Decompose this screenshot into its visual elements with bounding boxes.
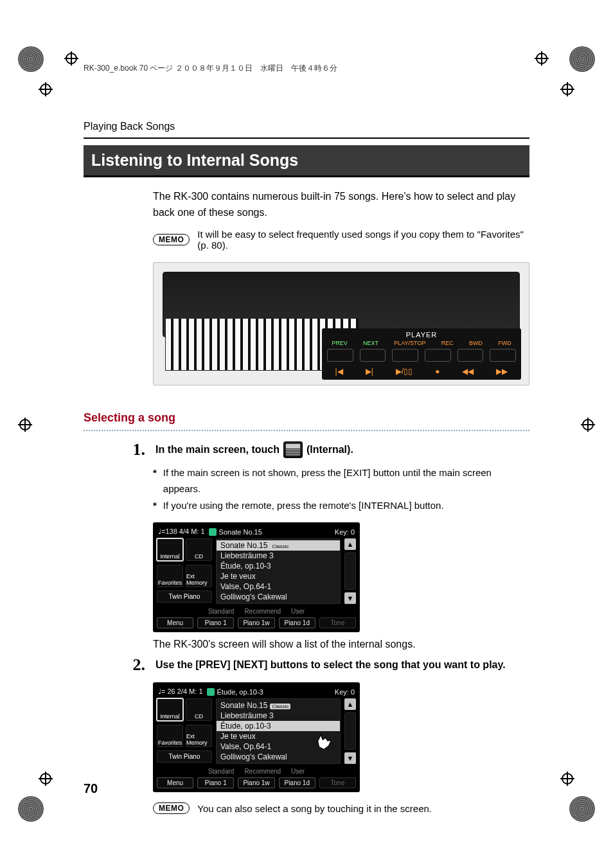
lcd-now-playing: Sonate No.15: [219, 528, 262, 536]
player-buttons: [327, 349, 516, 362]
note-text: If the main screen is not shown, press t…: [163, 465, 529, 497]
page: RK-300_e.book 70 ページ ２００８年９月１０日 水曜日 午後４時…: [0, 0, 613, 868]
step-text-post: (Internal).: [306, 442, 353, 457]
lcd-tab: Standard: [208, 608, 235, 615]
lcd-btn: Piano 1w: [238, 777, 274, 788]
glyph: ▶|: [366, 367, 373, 376]
header-strip: RK-300_e.book 70 ページ ２００８年９月１０日 水曜日 午後４時…: [84, 63, 529, 75]
registration-mark: [535, 51, 549, 66]
hw-button: [392, 349, 418, 362]
lcd-btn: Piano 1: [197, 777, 234, 788]
step-text-body: Use the [PREV] [NEXT] buttons to select …: [155, 657, 506, 673]
lcd-btn: Menu: [157, 617, 193, 628]
list-item: Je te veux: [217, 571, 340, 581]
lcd-tab: Recommend: [244, 608, 281, 615]
tile-favorites: Favorites: [157, 725, 183, 747]
lcd-btn: Piano 1w: [238, 617, 274, 628]
note-text: If you're using the remote, press the re…: [163, 497, 444, 514]
step-number: 1: [127, 441, 145, 458]
registration-mark: [560, 772, 574, 786]
player-panel-zoom: PLAYER PREV NEXT PLAY/STOP REC BWD FWD: [322, 328, 521, 380]
tile-twin-piano: Twin Piano: [157, 750, 212, 763]
tile-cd: CD: [186, 698, 212, 721]
hw-button: [458, 349, 484, 362]
section-banner: Listening to Internal Songs: [84, 145, 529, 177]
btn-name: NEXT: [363, 340, 378, 346]
page-number: 70: [84, 781, 98, 796]
print-corner: [18, 796, 44, 822]
intro-paragraph: The RK-300 contains numerous built-in 75…: [153, 189, 529, 221]
list-item: Sonate No.15Classic: [217, 540, 340, 551]
lcd-scrollbar: ▲ ▼: [344, 538, 356, 604]
lcd-btn: Tone: [319, 777, 356, 788]
dotted-rule: [84, 430, 529, 431]
tile-favorites: Favorites: [157, 565, 183, 587]
glyph: |◀: [335, 367, 343, 376]
lcd-tempo: ♩=138 4/4 M: 1: [158, 527, 205, 536]
step-text: In the main screen, touch (Internal).: [155, 441, 353, 458]
hand-cursor-icon: [315, 734, 334, 756]
memo-text: You can also select a song by touching i…: [197, 803, 432, 814]
scroll-down-icon: ▼: [344, 752, 356, 764]
step-1-notes: If the main screen is not shown, press t…: [153, 465, 529, 514]
lcd-song-list: Sonate No.15Classic Liebesträume 3 Étude…: [216, 538, 341, 604]
lcd-btn: Piano 1d: [279, 777, 315, 788]
running-head: Playing Back Songs: [84, 121, 529, 139]
list-item: Liebesträume 3: [217, 711, 340, 721]
list-item: Étude, op.10-3: [217, 561, 340, 571]
registration-mark: [560, 82, 574, 96]
btn-name: PREV: [332, 340, 348, 346]
genre-tag: Classic: [270, 704, 290, 709]
player-glyphs: |◀ ▶| ▶/▯▯ ● ◀◀ ▶▶: [327, 367, 516, 376]
registration-mark: [39, 82, 53, 96]
lcd-screenshot-1: ♩=138 4/4 M: 1 Sonate No.15 Key: 0 Inter…: [153, 522, 360, 632]
list-item: Sonate No.15Classic: [217, 700, 340, 711]
list-item: Étude, op.10-3: [217, 721, 340, 731]
step-number: 2: [127, 657, 145, 673]
step-2: 2 Use the [PREV] [NEXT] buttons to selec…: [127, 657, 529, 673]
player-label: PLAYER: [406, 331, 438, 339]
memo-badge: MEMO: [153, 802, 190, 814]
tile-extmemory: Ext Memory: [186, 725, 212, 747]
tile-cd: CD: [186, 538, 212, 561]
scroll-up-icon: ▲: [344, 538, 356, 550]
memo-row: MEMO It will be easy to select frequentl…: [153, 229, 529, 251]
lcd-tab: Standard: [208, 768, 235, 775]
btn-name: BWD: [469, 340, 483, 346]
registration-mark: [39, 772, 53, 786]
lcd-scrollbar: ▲ ▼: [344, 698, 356, 764]
glyph: ▶▶: [496, 367, 508, 376]
glyph: ●: [435, 367, 440, 376]
subsection-title: Selecting a song: [84, 411, 529, 425]
lcd-tempo: ♩= 26 2/4 M: 1: [158, 687, 203, 696]
glyph: ▶/▯▯: [396, 367, 413, 376]
step-text: Use the [PREV] [NEXT] buttons to select …: [155, 657, 506, 673]
memo-badge: MEMO: [153, 234, 190, 245]
print-corner: [569, 46, 595, 72]
header-strip-text: RK-300_e.book 70 ページ ２００８年９月１０日 水曜日 午後４時…: [84, 63, 337, 74]
lcd-key: Key: 0: [335, 528, 355, 536]
tile-extmemory: Ext Memory: [186, 565, 212, 587]
lcd-source-tiles: Internal CD Favorites Ext Memory Twin Pi…: [157, 538, 212, 604]
btn-name: PLAY/STOP: [394, 340, 425, 346]
memo-row: MEMO You can also select a song by touch…: [153, 802, 529, 814]
page-body: RK-300_e.book 70 ページ ２００８年９月１０日 水曜日 午後４時…: [84, 63, 529, 778]
tile-internal: Internal: [157, 698, 183, 721]
registration-mark: [64, 51, 78, 66]
btn-name: REC: [441, 340, 454, 346]
lcd-status-bar: ♩=138 4/4 M: 1 Sonate No.15 Key: 0: [157, 526, 356, 538]
lcd-footer-buttons: Menu Piano 1 Piano 1w Piano 1d Tone: [157, 617, 356, 628]
list-item: Golliwog's Cakewal: [217, 592, 340, 602]
list-item: Liebesträume 3: [217, 551, 340, 561]
note-item: If you're using the remote, press the re…: [153, 497, 529, 514]
hw-button: [490, 349, 516, 362]
note-item: If the main screen is not shown, press t…: [153, 465, 529, 497]
list-item: Valse, Op.64-1: [217, 581, 340, 592]
lcd-tab: User: [291, 768, 305, 775]
lcd-tabs: Standard Recommend User: [157, 768, 356, 775]
internal-icon: [283, 441, 303, 458]
glyph: ◀◀: [462, 367, 474, 376]
step-text-pre: In the main screen, touch: [155, 442, 280, 457]
tile-internal: Internal: [157, 538, 183, 561]
lcd-status-bar: ♩= 26 2/4 M: 1 Étude, op.10-3 Key: 0: [157, 686, 356, 698]
